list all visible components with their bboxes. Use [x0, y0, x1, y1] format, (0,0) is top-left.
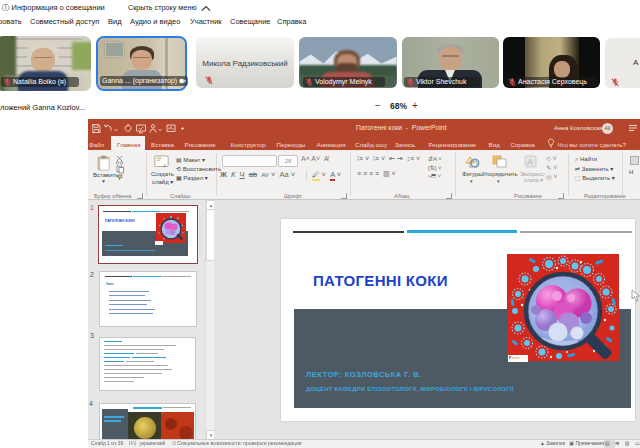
svg-text:A: A — [527, 157, 533, 167]
